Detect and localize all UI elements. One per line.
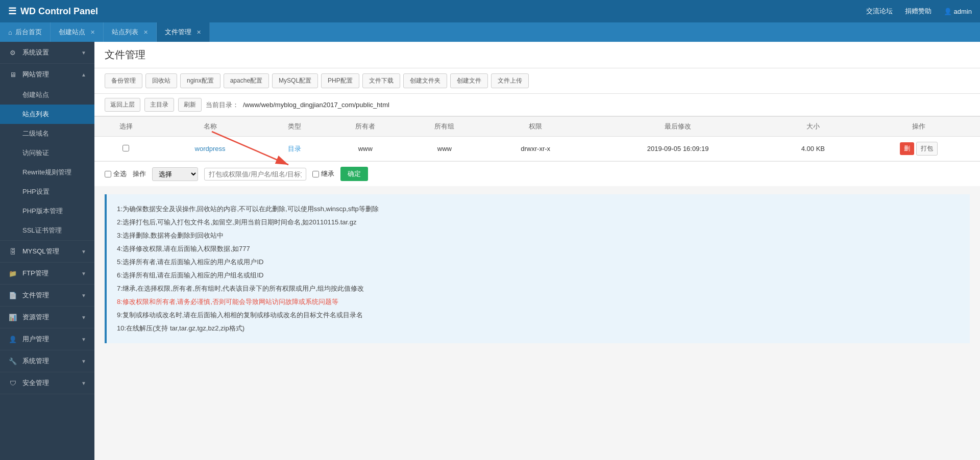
chevron-up-icon: ▲ xyxy=(81,72,86,78)
row-modified-cell: 2019-09-05 16:09:19 xyxy=(587,137,769,161)
chevron-down-icon-file: ▼ xyxy=(81,293,86,298)
bottom-action-bar: 全选 操作 选择 删除 打包 修改权限 所有者 所有组 复制 移动 改名 在线解… xyxy=(94,161,980,186)
sidebar-item-php-settings[interactable]: PHP设置 xyxy=(0,182,94,201)
donate-link[interactable]: 捐赠赞助 xyxy=(905,7,932,16)
tab-site-list-close[interactable]: ✕ xyxy=(143,29,148,36)
sidebar-item-file-manage[interactable]: 📄 文件管理 ▼ xyxy=(0,285,94,306)
sidebar-user-label: 用户管理 xyxy=(22,335,76,344)
row-checkbox[interactable] xyxy=(122,145,129,151)
tab-create-site-close[interactable]: ✕ xyxy=(90,29,95,36)
forum-link[interactable]: 交流论坛 xyxy=(866,7,893,16)
sidebar-file-manage-label: 文件管理 xyxy=(22,291,76,300)
nginx-config-btn[interactable]: nginx配置 xyxy=(180,73,220,88)
sidebar-item-rewrite[interactable]: Rewrite规则管理 xyxy=(0,163,94,182)
sidebar-item-site-list[interactable]: 站点列表 xyxy=(0,105,94,124)
tab-home[interactable]: ⌂ 后台首页 xyxy=(0,22,51,42)
sidebar-resource-label: 资源管理 xyxy=(22,313,76,322)
sidebar-item-mysql[interactable]: 🗄 MYSQL管理 ▼ xyxy=(0,241,94,262)
recycle-bin-btn[interactable]: 回收站 xyxy=(145,73,177,88)
user-manage-icon: 👤 xyxy=(8,336,17,343)
home-dir-btn[interactable]: 主目录 xyxy=(144,98,174,112)
delete-btn[interactable]: 删 xyxy=(900,142,914,155)
nav-tabs-bar: ⌂ 后台首页 创建站点 ✕ 站点列表 ✕ 文件管理 ✕ xyxy=(0,22,980,42)
create-folder-btn[interactable]: 创建文件夹 xyxy=(403,73,447,88)
inherit-label[interactable]: 继承 xyxy=(312,169,334,178)
admin-link[interactable]: 👤 admin xyxy=(944,8,972,15)
sidebar-item-subdomain[interactable]: 二级域名 xyxy=(0,124,94,143)
page-header: 文件管理 xyxy=(94,42,980,68)
info-line-7: 7:继承,在选择权限,所有者,所有组时,代表该目录下的所有权限或用户,组均按此值… xyxy=(117,282,960,295)
admin-label: admin xyxy=(954,8,972,15)
sidebar-item-ssl[interactable]: SSL证书管理 xyxy=(0,221,94,240)
tab-create-site-label: 创建站点 xyxy=(59,28,85,37)
sidebar-site-list-label: 站点列表 xyxy=(22,110,49,119)
tab-file-manage[interactable]: 文件管理 ✕ xyxy=(157,22,210,42)
tab-create-site[interactable]: 创建站点 ✕ xyxy=(51,22,104,42)
sidebar-item-access-verify[interactable]: 访问验证 xyxy=(0,143,94,163)
sidebar-item-system-manage[interactable]: 🔧 系统管理 ▼ xyxy=(0,350,94,372)
top-bar-right: 交流论坛 捐赠赞助 👤 admin xyxy=(866,7,972,16)
info-line-6: 6:选择所有组,请在后面输入相应的用户组名或组ID xyxy=(117,269,960,282)
mysql-config-btn[interactable]: MySQL配置 xyxy=(272,73,318,88)
sidebar-website-manage-label: 网站管理 xyxy=(22,70,76,79)
sidebar-item-security[interactable]: 🛡 安全管理 ▼ xyxy=(0,372,94,394)
inherit-checkbox[interactable] xyxy=(312,171,319,177)
file-group: www xyxy=(437,145,452,152)
file-name-link[interactable]: wordpress xyxy=(195,145,226,152)
file-upload-btn[interactable]: 文件上传 xyxy=(491,73,529,88)
backup-manage-btn[interactable]: 备份管理 xyxy=(105,73,142,88)
operation-select[interactable]: 选择 删除 打包 修改权限 所有者 所有组 复制 移动 改名 在线解压 xyxy=(152,167,198,181)
info-line-3: 3:选择删除,数据将会删除到回收站中 xyxy=(117,229,960,242)
sidebar-section-ftp: 📁 FTP管理 ▼ xyxy=(0,263,94,285)
chevron-down-icon-sec: ▼ xyxy=(81,380,86,386)
database-icon: 🗄 xyxy=(8,248,17,255)
create-file-btn[interactable]: 创建文件 xyxy=(450,73,488,88)
file-owner: www xyxy=(358,145,373,152)
sidebar-item-resource[interactable]: 📊 资源管理 ▼ xyxy=(0,306,94,328)
sidebar-item-create-site[interactable]: 创建站点 xyxy=(0,85,94,105)
action-input[interactable] xyxy=(204,168,306,181)
select-all-label[interactable]: 全选 xyxy=(105,169,127,178)
sidebar-php-version-label: PHP版本管理 xyxy=(22,207,63,216)
file-download-btn[interactable]: 文件下载 xyxy=(362,73,400,88)
logo: ☰ WD Control Panel xyxy=(8,6,98,17)
sidebar-item-website-manage[interactable]: 🖥 网站管理 ▲ xyxy=(0,64,94,85)
sidebar-access-verify-label: 访问验证 xyxy=(22,148,49,158)
apache-config-btn[interactable]: apache配置 xyxy=(224,73,269,88)
select-all-checkbox[interactable] xyxy=(105,171,111,177)
col-select: 选择 xyxy=(94,117,157,137)
col-name: 名称 xyxy=(157,117,263,137)
sidebar-subdomain-label: 二级域名 xyxy=(22,129,49,138)
info-line-10: 10:在线解压(支持 tar,tar.gz,tgz,bz2,zip格式) xyxy=(117,322,960,335)
monitor-icon: 🖥 xyxy=(8,71,17,79)
row-group-cell: www xyxy=(405,137,484,161)
sidebar-item-user[interactable]: 👤 用户管理 ▼ xyxy=(0,328,94,350)
php-config-btn[interactable]: PHP配置 xyxy=(321,73,359,88)
menu-icon[interactable]: ☰ xyxy=(8,6,16,17)
sidebar-section-system-settings: ⚙ 系统设置 ▼ xyxy=(0,42,94,64)
sidebar-item-php-version[interactable]: PHP版本管理 xyxy=(0,201,94,221)
file-table: 选择 名称 类型 所有者 所有组 权限 最后修改 大小 操作 xyxy=(94,116,980,161)
page-title: 文件管理 xyxy=(105,48,970,62)
tab-file-manage-close[interactable]: ✕ xyxy=(197,29,201,36)
back-btn[interactable]: 返回上层 xyxy=(105,98,140,112)
col-modified: 最后修改 xyxy=(587,117,769,137)
sidebar-section-file-manage: 📄 文件管理 ▼ xyxy=(0,285,94,306)
pack-btn[interactable]: 打包 xyxy=(916,142,938,156)
info-box: 1:为确保数据安全及误操作,回收站的内容,不可以在此删除,可以使用ssh,win… xyxy=(105,194,970,343)
file-table-container: 选择 名称 类型 所有者 所有组 权限 最后修改 大小 操作 xyxy=(94,116,980,186)
tab-home-label: 后台首页 xyxy=(15,28,42,37)
tab-site-list[interactable]: 站点列表 ✕ xyxy=(104,22,157,42)
row-size-cell: 4.00 KB xyxy=(769,137,857,161)
row-ops-cell: 删 打包 xyxy=(857,137,980,161)
sidebar-item-system-settings[interactable]: ⚙ 系统设置 ▼ xyxy=(0,42,94,63)
sidebar-mysql-label: MYSQL管理 xyxy=(22,247,76,256)
row-name-cell: wordpress xyxy=(157,137,263,161)
sidebar-rewrite-label: Rewrite规则管理 xyxy=(22,168,71,177)
table-wrapper: 选择 名称 类型 所有者 所有组 权限 最后修改 大小 操作 xyxy=(94,116,980,186)
refresh-btn[interactable]: 刷新 xyxy=(178,98,202,112)
sidebar-item-ftp[interactable]: 📁 FTP管理 ▼ xyxy=(0,263,94,284)
confirm-btn[interactable]: 确定 xyxy=(340,167,368,181)
sidebar-section-security: 🛡 安全管理 ▼ xyxy=(0,372,94,394)
col-size: 大小 xyxy=(769,117,857,137)
